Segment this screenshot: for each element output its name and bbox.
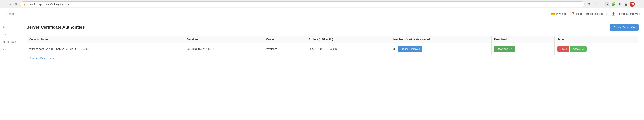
cell-num-certs: 3 Create Certificate	[390, 43, 492, 55]
col-expires: Expires (US/Pacific)	[306, 36, 390, 43]
table-header: Common Name Serial No. Version Expires (…	[27, 36, 639, 43]
cell-action: Delete Active CA	[554, 43, 638, 55]
org-icon: ⊞	[586, 12, 589, 16]
user-icon: 👤	[612, 12, 616, 16]
org-label: foxpass.com	[590, 12, 605, 15]
sidebar-icon[interactable]: ▣	[624, 2, 628, 6]
page-header: Server Certificate Authorities Create Se…	[26, 24, 639, 31]
table-row: foxpass.com EAP-TLS Server CA 2022-02-14…	[27, 43, 639, 55]
user-chevron: ›	[639, 12, 640, 15]
sidebar-item-sso[interactable]: N On (SSO)	[0, 38, 21, 46]
page-title: Server Certificate Authorities	[26, 25, 85, 30]
download-icon[interactable]: ⬇	[618, 2, 622, 6]
show-certificates-link[interactable]: Show certificates issued	[29, 57, 56, 59]
lock-icon: 🔒	[23, 3, 26, 6]
ca-table: Common Name Serial No. Version Expires (…	[26, 35, 639, 62]
help-label: Help	[576, 12, 582, 15]
extension-icon-1[interactable]: ●	[605, 2, 610, 6]
create-server-ca-button[interactable]: Create Server CA	[610, 24, 639, 31]
user-label: Shivani Sachdeva	[616, 12, 638, 15]
num-certs-value: 3	[394, 47, 395, 50]
sidebar-item-1[interactable]: S	[0, 23, 21, 31]
user-avatar[interactable]: SS	[630, 2, 635, 7]
back-button[interactable]: ‹	[3, 2, 7, 6]
reload-button[interactable]: ↻	[14, 2, 18, 6]
payment-icon: 💳	[551, 12, 555, 16]
col-download: Download	[492, 36, 554, 43]
download-ca-button[interactable]: Download CA	[494, 46, 515, 52]
browser-chrome: ‹ › ↻ 🔒 console.foxpass.com/settings/eap…	[0, 0, 644, 9]
payment-label: Payment	[556, 12, 566, 15]
forward-button[interactable]: ›	[8, 2, 12, 6]
create-certificate-button[interactable]: Create Certificate	[398, 46, 422, 52]
delete-button[interactable]: Delete	[557, 46, 569, 52]
sidebar-item-4[interactable]: s	[0, 46, 21, 53]
help-nav-item[interactable]: ❓ Help	[571, 12, 582, 16]
bookmark-icon[interactable]: ☆	[593, 2, 597, 6]
user-nav-item[interactable]: 👤 Shivani Sachdeva ›	[612, 12, 640, 16]
main-layout: S ny N On (SSO) s Server Certificate Aut…	[0, 19, 644, 120]
cell-download: Download CA	[492, 43, 554, 55]
payment-nav-item[interactable]: 💳 Payment	[551, 12, 566, 16]
extension-shield-icon[interactable]: 🛡	[599, 2, 603, 6]
col-num-certs: Number of certificates issued	[390, 36, 492, 43]
nav-right: 💳 Payment ❓ Help ⊞ foxpass.com › 👤 Shiva…	[551, 12, 640, 16]
table-header-row: Common Name Serial No. Version Expires (…	[27, 36, 639, 43]
browser-nav-controls: ‹ › ↻	[3, 2, 18, 6]
url-text: console.foxpass.com/settings/eap-tls/	[28, 3, 69, 6]
ext-badge-1: ●	[606, 2, 609, 6]
show-certs-cell: Show certificates issued	[27, 55, 639, 62]
cell-version: Version.v3	[263, 43, 306, 55]
browser-toolbar: ⬆ ☆ 🛡 ● 🧩 ⬇ ▣ SS ⋮	[587, 2, 641, 7]
top-nav: 💳 Payment ❓ Help ⊞ foxpass.com › 👤 Shiva…	[0, 9, 644, 19]
col-serial-no: Serial No.	[184, 36, 263, 43]
org-nav-item[interactable]: ⊞ foxpass.com ›	[586, 12, 607, 16]
cell-serial-no: 5339813885874788977	[184, 43, 263, 55]
col-common-name: Common Name	[27, 36, 184, 43]
show-certs-row: Show certificates issued	[27, 55, 639, 62]
cell-common-name: foxpass.com EAP-TLS Server CA 2022-02-14…	[27, 43, 184, 55]
col-version: Version	[263, 36, 306, 43]
active-ca-button[interactable]: Active CA	[570, 46, 586, 52]
address-bar[interactable]: 🔒 console.foxpass.com/settings/eap-tls/	[20, 1, 584, 7]
table-body: foxpass.com EAP-TLS Server CA 2022-02-14…	[27, 43, 639, 62]
col-action: Action	[554, 36, 638, 43]
content-area: Server Certificate Authorities Create Se…	[21, 19, 644, 120]
cell-expires: Feb. 12, 2027, 11:56 p.m.	[306, 43, 390, 55]
extensions-puzzle-icon[interactable]: 🧩	[612, 2, 616, 6]
sidebar-item-2[interactable]: ny	[0, 31, 21, 38]
share-icon[interactable]: ⬆	[587, 2, 591, 6]
action-buttons: Delete Active CA	[557, 46, 636, 52]
search-input[interactable]	[4, 11, 42, 17]
menu-icon[interactable]: ⋮	[637, 2, 641, 6]
help-icon: ❓	[571, 12, 575, 16]
org-chevron: ›	[606, 12, 607, 15]
sidebar: S ny N On (SSO) s	[0, 19, 21, 120]
